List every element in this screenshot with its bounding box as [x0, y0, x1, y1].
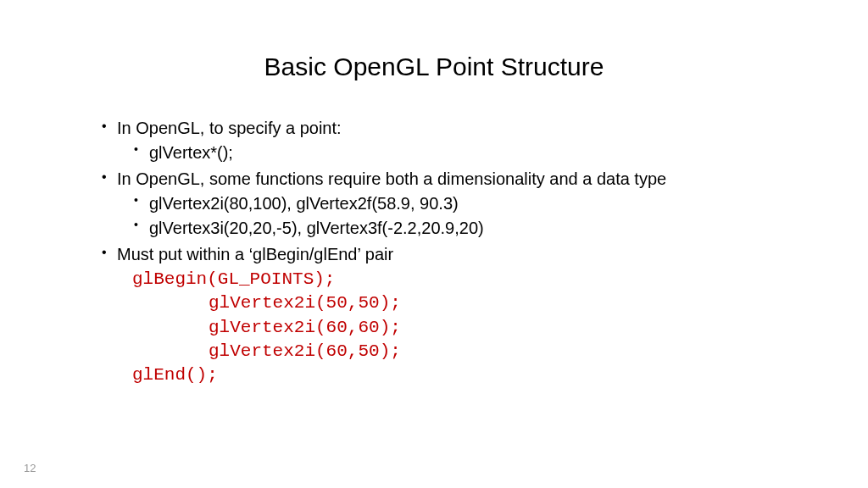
bullet-item: In OpenGL, to specify a point: glVertex*…: [102, 117, 800, 164]
code-line: glVertex2i(60,60);: [132, 316, 800, 340]
bullet-text: Must put within a ‘glBegin/glEnd’ pair: [117, 245, 393, 263]
bullet-text: In OpenGL, to specify a point:: [117, 119, 342, 137]
slide-content: In OpenGL, to specify a point: glVertex*…: [68, 117, 800, 388]
sub-bullet-item: glVertex2i(80,100), glVertex2f(58.9, 90.…: [117, 192, 800, 215]
sub-bullet-list: glVertex2i(80,100), glVertex2f(58.9, 90.…: [117, 192, 800, 240]
sub-bullet-item: glVertex3i(20,20,-5), glVertex3f(-2.2,20…: [117, 217, 800, 240]
sub-bullet-list: glVertex*();: [117, 141, 800, 164]
slide-title: Basic OpenGL Point Structure: [68, 53, 800, 81]
bullet-item: Must put within a ‘glBegin/glEnd’ pair g…: [102, 243, 800, 388]
code-line: glVertex2i(60,50);: [132, 340, 800, 363]
code-block: glBegin(GL_POINTS); glVertex2i(50,50); g…: [132, 268, 800, 388]
bullet-text: In OpenGL, some functions require both a…: [117, 169, 666, 188]
code-line: glBegin(GL_POINTS);: [132, 268, 800, 291]
code-line: glVertex2i(50,50);: [132, 291, 800, 315]
sub-bullet-text: glVertex2i(80,100), glVertex2f(58.9, 90.…: [149, 194, 459, 213]
code-line: glEnd();: [132, 363, 800, 387]
sub-bullet-text: glVertex*();: [149, 143, 233, 162]
sub-bullet-text: glVertex3i(20,20,-5), glVertex3f(-2.2,20…: [149, 219, 484, 237]
slide: Basic OpenGL Point Structure In OpenGL, …: [0, 0, 868, 488]
sub-bullet-item: glVertex*();: [117, 141, 800, 164]
page-number: 12: [24, 462, 36, 474]
bullet-list: In OpenGL, to specify a point: glVertex*…: [102, 117, 800, 388]
bullet-item: In OpenGL, some functions require both a…: [102, 168, 800, 240]
